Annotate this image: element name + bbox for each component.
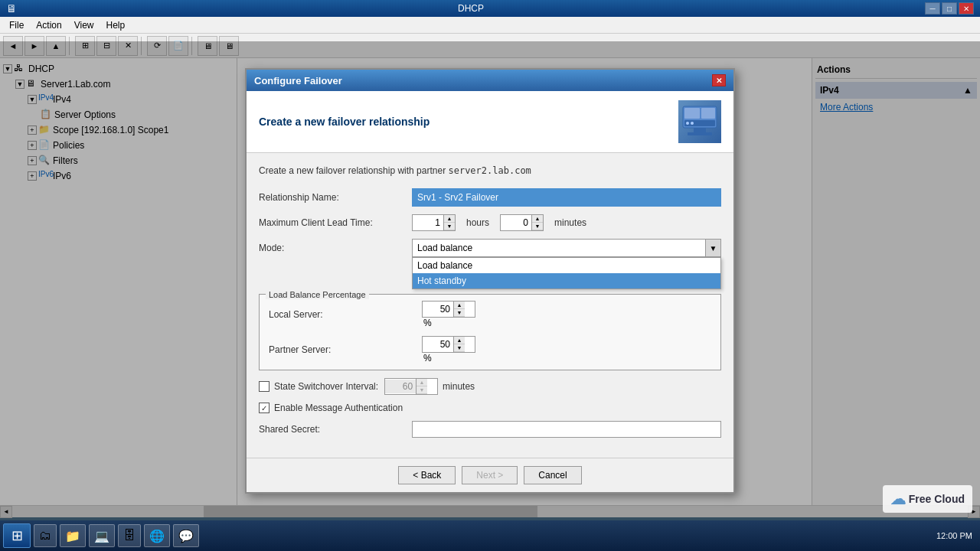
local-server-input[interactable]: [423, 302, 453, 316]
watermark-text-cloud: Cloud: [934, 493, 965, 505]
mode-dropdown-arrow[interactable]: ▼: [705, 240, 720, 256]
state-switchover-checkbox[interactable]: [259, 381, 270, 392]
partner-server-down-button[interactable]: ▼: [454, 344, 465, 352]
relationship-name-row: Relationship Name:: [259, 188, 721, 207]
partner-server-percent: %: [423, 353, 432, 364]
shared-secret-row: Shared Secret:: [259, 421, 721, 438]
taskbar-terminal[interactable]: 💻: [89, 524, 115, 547]
taskbar-file-explorer[interactable]: 🗂: [34, 524, 57, 547]
chat-icon: 💬: [178, 529, 194, 543]
mode-control: Load balance ▼ Load balance Hot standby: [412, 239, 721, 257]
file-explorer-icon: 🗂: [39, 529, 51, 543]
mode-label: Mode:: [259, 243, 412, 253]
dialog-overlay: Configure Failover ✕ Create a new failov…: [0, 41, 980, 520]
title-bar: 🖥 DHCP ─ □ ✕: [0, 0, 980, 17]
state-switchover-input[interactable]: [385, 380, 416, 393]
minutes-spinner-btns: ▲ ▼: [531, 215, 543, 230]
max-lead-time-row: Maximum Client Lead Time: ▲ ▼ hours: [259, 214, 721, 231]
tray-time: 12:00 PM: [936, 531, 972, 540]
partner-value: server2.lab.com: [448, 165, 531, 176]
local-server-up-button[interactable]: ▲: [454, 302, 465, 309]
relationship-name-control: [412, 188, 721, 207]
svg-rect-1: [684, 108, 700, 119]
relationship-name-label: Relationship Name:: [259, 192, 412, 203]
partner-server-input[interactable]: [423, 337, 453, 351]
cloud-icon: ☁: [890, 490, 906, 508]
partner-server-spinner: ▲ ▼: [422, 336, 475, 353]
minutes-down-button[interactable]: ▼: [532, 223, 543, 230]
menu-file[interactable]: File: [3, 18, 30, 32]
partner-server-label: Partner Server:: [269, 344, 422, 355]
minutes-spinner: ▲ ▼: [500, 214, 544, 231]
watermark: ☁ Free Cloud: [883, 485, 972, 513]
mode-select-display: Load balance: [413, 240, 705, 256]
state-switchover-unit: minutes: [443, 381, 475, 392]
minimize-button[interactable]: ─: [925, 2, 940, 15]
relationship-name-input[interactable]: [412, 188, 721, 207]
taskbar-network[interactable]: 🌐: [144, 524, 170, 547]
hours-down-button[interactable]: ▼: [444, 223, 455, 230]
taskbar: ⊞ 🗂 📁 💻 🗄 🌐 💬 12:00 PM: [0, 520, 980, 551]
start-button[interactable]: ⊞: [3, 523, 31, 548]
enable-message-auth-row: ✓ Enable Message Authentication: [259, 403, 721, 413]
dialog-title-bar: Configure Failover ✕: [247, 70, 733, 91]
cancel-button[interactable]: Cancel: [524, 466, 581, 484]
hours-spinner: ▲ ▼: [412, 214, 456, 231]
state-switchover-up[interactable]: ▲: [416, 379, 427, 386]
failover-icon: [678, 100, 721, 143]
hours-input[interactable]: [413, 216, 443, 230]
local-server-spinner-btns: ▲ ▼: [453, 302, 465, 317]
hours-unit: hours: [466, 217, 489, 228]
mode-dropdown-menu: Load balance Hot standby: [412, 257, 721, 289]
shared-secret-input[interactable]: [412, 421, 721, 438]
taskbar-folder[interactable]: 📁: [60, 524, 86, 547]
minutes-up-button[interactable]: ▲: [532, 215, 543, 223]
local-server-control: ▲ ▼ %: [422, 301, 711, 328]
menu-action[interactable]: Action: [30, 18, 67, 32]
menu-help[interactable]: Help: [100, 18, 132, 32]
svg-rect-5: [688, 132, 712, 135]
window-title: DHCP: [17, 3, 925, 14]
app-icon: 🖥: [6, 2, 17, 15]
hours-up-button[interactable]: ▲: [444, 215, 455, 223]
dialog-header: Create a new failover relationship: [247, 91, 733, 153]
shared-secret-control: [412, 421, 721, 438]
menu-view[interactable]: View: [68, 18, 100, 32]
local-server-down-button[interactable]: ▼: [454, 309, 465, 317]
mode-option-load-balance[interactable]: Load balance: [413, 258, 720, 273]
mode-row: Mode: Load balance ▼ Load balance Hot st…: [259, 239, 721, 257]
local-server-label: Local Server:: [269, 309, 422, 320]
server-taskbar-icon: 🗄: [123, 529, 136, 543]
maximize-button[interactable]: □: [942, 2, 957, 15]
back-button[interactable]: < Back: [398, 466, 456, 484]
taskbar-chat[interactable]: 💬: [173, 524, 199, 547]
partner-line-text: Create a new failover relationship with …: [259, 165, 446, 176]
dialog-close-button[interactable]: ✕: [712, 74, 726, 86]
load-balance-content: Local Server: ▲ ▼ %: [260, 301, 720, 370]
taskbar-server[interactable]: 🗄: [118, 524, 141, 547]
enable-message-auth-label: Enable Message Authentication: [274, 403, 403, 413]
mode-option-hot-standby[interactable]: Hot standby: [413, 273, 720, 289]
next-button[interactable]: Next >: [462, 466, 518, 484]
enable-message-auth-checkbox[interactable]: ✓: [259, 403, 270, 413]
svg-point-6: [686, 122, 689, 125]
mode-select[interactable]: Load balance ▼: [412, 239, 721, 257]
local-server-row: Local Server: ▲ ▼ %: [269, 301, 711, 328]
configure-failover-dialog: Configure Failover ✕ Create a new failov…: [245, 68, 735, 494]
watermark-text-free: Free: [909, 493, 932, 505]
hours-spinner-btns: ▲ ▼: [443, 215, 455, 230]
partner-server-spinner-btns: ▲ ▼: [453, 337, 465, 352]
load-balance-title: Load Balance Percentage: [266, 290, 369, 299]
minutes-input[interactable]: [501, 216, 531, 230]
partner-server-up-button[interactable]: ▲: [454, 337, 465, 344]
local-server-spinner: ▲ ▼: [422, 301, 475, 318]
close-button[interactable]: ✕: [959, 2, 974, 15]
watermark-box: ☁ Free Cloud: [883, 485, 972, 513]
max-lead-time-label: Maximum Client Lead Time:: [259, 217, 412, 228]
svg-rect-2: [701, 108, 715, 119]
state-switchover-spinner: ▲ ▼: [384, 378, 438, 395]
minutes-unit: minutes: [554, 217, 586, 228]
state-switchover-down[interactable]: ▼: [416, 386, 427, 394]
dialog-title: Configure Failover: [254, 75, 342, 86]
state-switchover-btns: ▲ ▼: [416, 379, 427, 394]
